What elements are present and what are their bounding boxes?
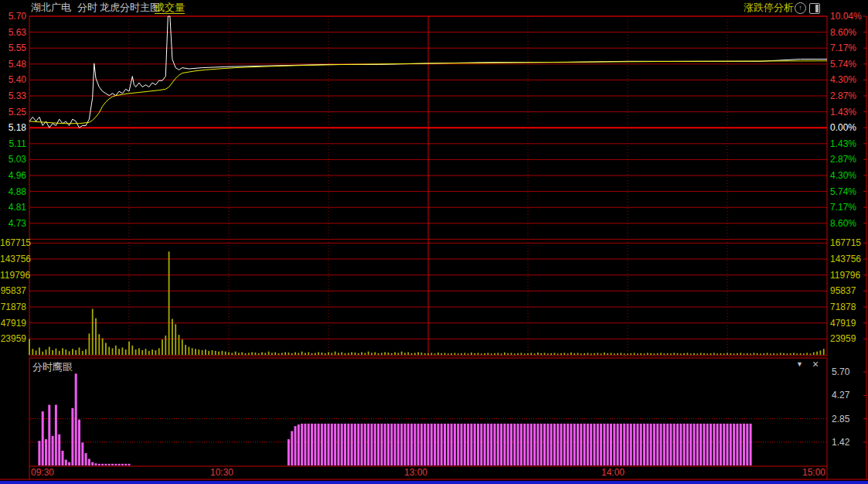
volume-bar [202,350,203,355]
volume-bar [215,351,216,355]
volume-bar [298,353,299,355]
tab-time-share[interactable]: 分时 [77,2,97,13]
volume-bar [654,353,655,355]
price-axis-label: 5.11 [0,139,26,148]
volume-bar [301,352,303,355]
volume-bar [278,353,280,355]
volume-bar [92,308,94,355]
volume-bar [744,353,745,355]
eagle-bar [557,424,559,465]
volume-bar [407,353,409,355]
volume-bar [521,353,523,355]
eagle-bar [570,424,572,465]
time-label: 15:00 [779,468,825,477]
volume-tab[interactable]: 成交量 [155,2,185,14]
right-tick [863,80,866,80]
volume-bar [644,353,645,355]
bottom-border-bar [0,481,868,484]
eagle-bar [574,424,576,465]
volume-bar [294,353,296,355]
eagle-bar [403,424,406,465]
volume-bar [607,353,608,355]
stock-name[interactable]: 湖北广电 [31,2,71,13]
right-tick [863,32,866,32]
volume-bar [434,353,436,355]
eagle-axis-label: 5.70 [832,367,849,377]
volume-bar [690,353,692,355]
eagle-bar [679,424,682,465]
eagle-bar [480,424,482,465]
volume-bar [391,353,393,355]
volume-bar [604,353,605,355]
volume-axis-label-right: 23959 [830,334,856,343]
eagle-bar [301,424,303,465]
volume-axis-label-right: 167715 [830,238,861,247]
time-label: 13:00 [404,468,427,477]
volume-bar [820,350,822,355]
volume-axis-label-left: 23959 [0,334,26,343]
eagle-bar [686,424,689,465]
volume-bar [484,353,485,355]
volume-bar [667,353,669,355]
eagle-bar [464,424,466,465]
volume-bar [621,353,622,355]
volume-bar [706,353,708,355]
volume-bar [747,353,748,355]
volume-bar [547,353,549,355]
eagle-bar [643,424,645,465]
eagle-dropdown-icon[interactable]: ▼ [796,360,803,368]
volume-bar [421,353,423,355]
volume-bar [700,353,702,355]
eagle-bar [81,442,83,465]
volume-bar [108,347,110,355]
volume-bar [793,353,795,355]
volume-bar [411,353,413,355]
pct-axis-label: 10.04% [830,12,862,21]
volume-bar [511,353,512,355]
volume-bar [787,353,788,355]
eagle-bar [88,459,90,465]
volume-bar [288,353,290,355]
volume-bar [394,353,396,355]
limit-analysis-link[interactable]: 涨跌停分析 [744,2,794,13]
eagle-bar [357,424,359,465]
volume-bar [611,353,612,355]
eagle-bar [427,424,430,465]
right-tick [863,372,866,373]
eagle-bar [540,424,543,465]
eagle-bar [45,439,47,465]
split-pane-icon[interactable] [809,3,820,14]
volume-bar [637,353,638,355]
eagle-bar [114,464,117,465]
volume-bar [145,349,147,355]
eagle-bar [308,424,310,465]
expand-icon[interactable]: ↑ [795,2,806,14]
eagle-bar [441,424,443,465]
eagle-bar [710,424,712,465]
volume-bar [82,351,83,355]
volume-bar [810,353,812,355]
volume-bar [205,349,206,355]
volume-bar [195,349,196,355]
eagle-bar [546,424,549,465]
volume-bar [305,353,306,355]
volume-bar [673,353,675,355]
right-tick [863,339,866,339]
eagle-bar [484,424,486,465]
volume-bar [554,353,556,355]
volume-bar [796,353,798,355]
eagle-bar [361,424,363,465]
volume-bar [497,353,499,355]
volume-bar [175,324,176,355]
volume-bar [723,353,725,355]
eagle-bar [341,424,343,465]
indicator-main-label[interactable]: 龙虎分时主图 [100,2,160,13]
volume-bar [158,348,160,355]
volume-bar [42,352,43,355]
volume-bar [474,353,475,355]
eagle-bar [374,424,376,465]
volume-bar [630,353,631,355]
eagle-bar [550,424,553,465]
eagle-close-icon[interactable]: × [812,358,819,370]
volume-bar [155,350,157,355]
